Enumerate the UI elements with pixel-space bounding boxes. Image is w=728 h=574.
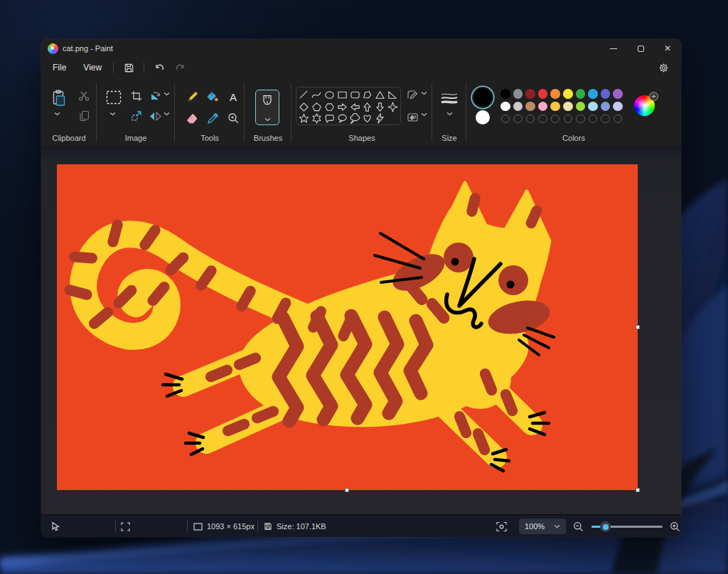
color-picker-tool[interactable] xyxy=(205,110,220,126)
flip-dropdown[interactable] xyxy=(164,112,170,116)
palette-swatch[interactable] xyxy=(601,89,611,99)
palette-swatch[interactable] xyxy=(588,89,598,99)
menu-view[interactable]: View xyxy=(76,60,109,75)
custom-color-slot[interactable] xyxy=(513,115,523,124)
shape-fill-dropdown[interactable] xyxy=(421,112,427,117)
shape-oval-speech-bubble[interactable] xyxy=(336,113,348,124)
palette-swatch[interactable] xyxy=(500,102,510,112)
select-button[interactable] xyxy=(105,89,122,106)
palette-swatch[interactable] xyxy=(613,89,623,99)
shape-arrow-right[interactable] xyxy=(336,101,348,112)
copy-button[interactable] xyxy=(77,109,91,123)
paste-button[interactable] xyxy=(50,87,68,109)
palette-swatch[interactable] xyxy=(550,102,560,112)
color2-swatch[interactable] xyxy=(476,110,490,124)
drawing-canvas[interactable] xyxy=(57,164,638,490)
custom-color-slot[interactable] xyxy=(576,115,585,124)
resize-handle-corner[interactable] xyxy=(636,488,640,492)
resize-button[interactable] xyxy=(129,109,144,123)
pencil-tool[interactable] xyxy=(184,89,200,105)
resize-handle-right[interactable] xyxy=(636,325,640,329)
palette-swatch[interactable] xyxy=(563,102,573,112)
resize-handle-bottom[interactable] xyxy=(345,488,349,492)
fill-tool[interactable] xyxy=(205,89,220,105)
rotate-button[interactable] xyxy=(148,89,162,103)
undo-button[interactable] xyxy=(150,60,168,75)
palette-swatch[interactable] xyxy=(588,102,598,112)
eraser-tool[interactable] xyxy=(184,110,200,126)
close-button[interactable]: ✕ xyxy=(654,39,681,58)
shape-curve[interactable] xyxy=(311,89,323,100)
shape-right-triangle[interactable] xyxy=(387,89,398,100)
shape-rectangle[interactable] xyxy=(336,89,348,100)
menu-file[interactable]: File xyxy=(46,60,73,75)
shape-triangle[interactable] xyxy=(375,89,386,100)
rotate-dropdown[interactable] xyxy=(164,92,170,96)
shape-arrow-up[interactable] xyxy=(362,101,373,112)
save-button[interactable] xyxy=(119,60,138,75)
custom-color-slot[interactable] xyxy=(526,115,535,124)
shape-pentagon[interactable] xyxy=(311,101,323,112)
shape-heart[interactable] xyxy=(362,113,373,124)
magnifier-tool[interactable] xyxy=(225,110,241,126)
custom-color-slot[interactable] xyxy=(614,115,623,124)
select-dropdown[interactable] xyxy=(109,112,116,116)
shape-arrow-down[interactable] xyxy=(375,101,386,112)
palette-swatch[interactable] xyxy=(576,89,586,99)
shape-fill-button[interactable] xyxy=(405,110,419,124)
palette-swatch[interactable] xyxy=(513,89,523,99)
shape-star-six[interactable] xyxy=(311,113,323,124)
paste-dropdown[interactable] xyxy=(54,112,60,116)
palette-swatch[interactable] xyxy=(613,102,623,112)
custom-color-slot[interactable] xyxy=(551,115,560,124)
shape-speech-bubble[interactable] xyxy=(323,113,335,124)
size-button[interactable] xyxy=(440,90,459,107)
shape-hexagon[interactable] xyxy=(323,101,335,112)
custom-color-slot[interactable] xyxy=(564,115,573,124)
color1-swatch[interactable] xyxy=(473,88,492,107)
custom-color-slot[interactable] xyxy=(501,115,510,124)
title-bar[interactable]: cat.png - Paint ✕ xyxy=(41,39,681,58)
palette-swatch[interactable] xyxy=(563,89,573,99)
zoom-dropdown[interactable]: 100% xyxy=(519,519,566,534)
palette-swatch[interactable] xyxy=(538,102,548,112)
maximize-button[interactable] xyxy=(627,39,654,58)
custom-color-slot[interactable] xyxy=(589,115,598,124)
zoom-in-button[interactable] xyxy=(670,515,680,537)
shape-diamond[interactable] xyxy=(299,101,310,112)
shape-outline-dropdown[interactable] xyxy=(421,91,427,95)
size-dropdown[interactable] xyxy=(446,112,453,116)
palette-swatch[interactable] xyxy=(525,89,535,99)
palette-swatch[interactable] xyxy=(525,102,535,112)
custom-color-slot[interactable] xyxy=(538,115,547,124)
palette-swatch[interactable] xyxy=(550,89,560,99)
shape-star-four[interactable] xyxy=(387,101,398,112)
shape-oval[interactable] xyxy=(323,89,335,100)
crop-button[interactable] xyxy=(129,89,144,103)
shape-thought-bubble[interactable] xyxy=(349,113,360,124)
zoom-slider[interactable] xyxy=(592,526,663,528)
shape-outline-button[interactable] xyxy=(405,88,419,102)
brushes-dropdown[interactable] xyxy=(264,117,271,122)
palette-swatch[interactable] xyxy=(513,102,523,112)
zoom-out-button[interactable] xyxy=(573,515,584,537)
palette-swatch[interactable] xyxy=(500,89,510,99)
palette-swatch[interactable] xyxy=(576,102,586,112)
palette-swatch[interactable] xyxy=(601,102,611,112)
text-tool[interactable]: A xyxy=(225,89,241,105)
flip-button[interactable] xyxy=(148,109,162,123)
shape-polygon[interactable] xyxy=(362,89,373,100)
brushes-button[interactable] xyxy=(255,90,279,125)
settings-button[interactable] xyxy=(654,60,673,75)
minimize-button[interactable] xyxy=(600,39,627,58)
shape-rounded-rectangle[interactable] xyxy=(349,89,360,100)
custom-color-slot[interactable] xyxy=(601,115,610,124)
shape-lightning[interactable] xyxy=(375,113,386,124)
shape-line[interactable] xyxy=(299,89,310,100)
cut-button[interactable] xyxy=(77,89,91,103)
fit-to-screen-button[interactable] xyxy=(496,515,507,537)
shape-star-five[interactable] xyxy=(299,113,310,124)
redo-button[interactable] xyxy=(171,60,190,75)
zoom-slider-thumb[interactable] xyxy=(600,521,611,532)
shape-arrow-left[interactable] xyxy=(349,101,360,112)
